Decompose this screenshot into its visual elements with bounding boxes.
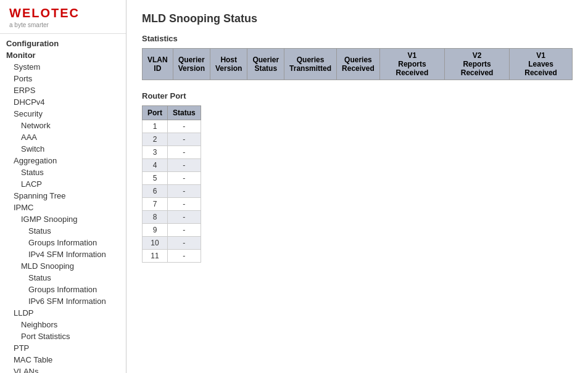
table-row: 6- [143,185,201,198]
port-cell: 10 [143,237,168,250]
sidebar-item-igmp-snooping[interactable]: IGMP Snooping [6,213,120,225]
port-cell: 11 [143,250,168,263]
sidebar-item-erps[interactable]: ERPS [6,84,120,96]
table-row: 11- [143,250,201,263]
sidebar-item-system[interactable]: System [6,61,120,73]
sidebar-item-network[interactable]: Network [6,120,120,131]
sidebar-item-status[interactable]: Status [6,225,120,237]
stats-col-v2-reports-received: V2Reports Received [444,49,509,80]
sidebar-item-ipmc[interactable]: IPMC [6,202,120,213]
sidebar-item-switch[interactable]: Switch [6,143,120,155]
port-cell: 3 [143,146,168,159]
status-cell: - [168,172,201,185]
router-port-section-title: Router Port [142,91,573,100]
sidebar-item-port-statistics[interactable]: Port Statistics [6,330,120,342]
table-row: 9- [143,224,201,237]
sidebar-item-aaa[interactable]: AAA [6,131,120,143]
sidebar-item-neighbors[interactable]: Neighbors [6,319,120,330]
router-col-port: Port [143,106,168,120]
status-cell: - [168,133,201,146]
table-row: 1- [143,120,201,133]
sidebar-item-aggregation[interactable]: Aggregation [6,155,120,166]
logo: WELOTEC [9,6,117,20]
sidebar-item-groups-information[interactable]: Groups Information [6,284,120,295]
page-title: MLD Snooping Status [142,12,573,25]
stats-col-queries-transmitted: QueriesTransmitted [284,49,337,80]
sidebar-item-status[interactable]: Status [6,272,120,284]
status-cell: - [168,120,201,133]
sidebar-item-ipv6-sfm-information[interactable]: IPv6 SFM Information [6,295,120,307]
main-content: MLD Snooping Status Statistics VLANIDQue… [126,0,588,373]
stats-col-host-version: HostVersion [210,49,247,80]
status-cell: - [168,198,201,211]
sidebar-item-security[interactable]: Security [6,108,120,120]
stats-col-queries-received: QueriesReceived [337,49,380,80]
sidebar-item-mld-snooping[interactable]: MLD Snooping [6,260,120,272]
table-row: 7- [143,198,201,211]
stats-col-v1-reports-received: V1Reports Received [379,49,444,80]
stats-table: VLANIDQuerierVersionHostVersionQuerierSt… [142,48,573,80]
status-cell: - [168,185,201,198]
stats-col-querier-status: QuerierStatus [247,49,284,80]
sidebar-item-ports[interactable]: Ports [6,73,120,84]
port-cell: 8 [143,211,168,224]
status-cell: - [168,211,201,224]
sidebar-item-configuration[interactable]: Configuration [6,38,120,49]
sidebar-item-dhcpv4[interactable]: DHCPv4 [6,96,120,108]
sidebar-item-ptp[interactable]: PTP [6,342,120,354]
sidebar-item-ipv4-sfm-information[interactable]: IPv4 SFM Information [6,248,120,260]
sidebar-item-status[interactable]: Status [6,166,120,178]
sidebar-item-mac-table[interactable]: MAC Table [6,354,120,366]
sidebar-item-spanning-tree[interactable]: Spanning Tree [6,190,120,202]
sidebar-item-groups-information[interactable]: Groups Information [6,237,120,248]
port-cell: 1 [143,120,168,133]
table-row: 10- [143,237,201,250]
nav-section: ConfigurationMonitorSystemPortsERPSDHCPv… [0,34,126,373]
logo-tagline: a byte smarter [9,22,117,28]
sidebar: WELOTEC a byte smarter ConfigurationMoni… [0,0,126,373]
sidebar-item-lacp[interactable]: LACP [6,178,120,190]
stats-col-v1-leaves-received: V1Leaves Received [510,49,573,80]
router-col-status: Status [168,106,201,120]
table-row: 4- [143,159,201,172]
status-cell: - [168,237,201,250]
table-row: 2- [143,133,201,146]
table-row: 3- [143,146,201,159]
port-cell: 4 [143,159,168,172]
port-cell: 2 [143,133,168,146]
stats-col-vlan-id: VLANID [143,49,173,80]
status-cell: - [168,146,201,159]
status-cell: - [168,224,201,237]
router-table: PortStatus 1-2-3-4-5-6-7-8-9-10-11- [142,105,201,263]
stats-col-querier-version: QuerierVersion [173,49,210,80]
port-cell: 6 [143,185,168,198]
sidebar-item-lldp[interactable]: LLDP [6,307,120,319]
sidebar-item-monitor[interactable]: Monitor [6,49,120,61]
table-row: 8- [143,211,201,224]
logo-area: WELOTEC a byte smarter [0,0,126,34]
port-cell: 7 [143,198,168,211]
port-cell: 5 [143,172,168,185]
status-cell: - [168,159,201,172]
table-row: 5- [143,172,201,185]
sidebar-item-vlans[interactable]: VLANs [6,366,120,373]
port-cell: 9 [143,224,168,237]
stats-section-title: Statistics [142,34,573,43]
status-cell: - [168,250,201,263]
